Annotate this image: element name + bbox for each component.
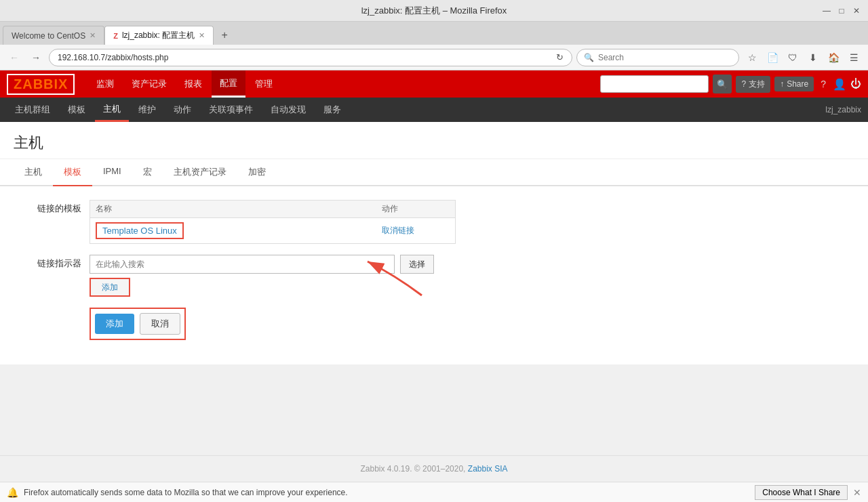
linked-templates-label: 链接的模板: [14, 200, 81, 215]
tab-encryption[interactable]: 加密: [237, 159, 277, 186]
current-user: lzj_zabbix: [825, 105, 861, 114]
nav-admin[interactable]: 管理: [247, 70, 281, 98]
name-col-header: 名称: [96, 203, 368, 215]
bookmark-icon[interactable]: ☆: [743, 49, 761, 66]
form-section: 链接的模板 名称 动作 Template OS Linux 取消链接: [0, 186, 868, 364]
indicator-container: 选择 添加: [90, 255, 434, 297]
tab-macros[interactable]: 宏: [132, 159, 163, 186]
download-icon[interactable]: ⬇: [804, 49, 822, 66]
tab-ipmi[interactable]: IPMI: [92, 159, 132, 186]
subnav-hosts[interactable]: 主机: [95, 98, 129, 122]
notification-text: Firefox automatically sends some data to…: [24, 488, 749, 497]
support-label: 支持: [749, 79, 765, 90]
header-search-button[interactable]: 🔍: [713, 75, 732, 93]
nav-reports[interactable]: 报表: [176, 70, 210, 98]
logout-icon[interactable]: ⏻: [850, 78, 861, 90]
tab-zabbix[interactable]: Z lzj_zabbix: 配置主机 ✕: [104, 26, 214, 45]
search-template-input[interactable]: [90, 255, 395, 274]
cancel-button[interactable]: 取消: [140, 313, 180, 335]
zabbix-logo[interactable]: ZABBIX: [7, 74, 75, 95]
subnav-templates[interactable]: 模板: [60, 98, 94, 122]
url-text: 192.168.10.7/zabbix/hosts.php: [58, 53, 556, 62]
nav-icons: ☆ 📄 🛡 ⬇ 🏠 ☰: [743, 49, 863, 66]
nav-bar: ← → 192.168.10.7/zabbix/hosts.php ↻ 🔍 ☆ …: [0, 45, 868, 70]
add-small-button[interactable]: 添加: [90, 278, 130, 297]
notification-icon: 🔔: [7, 487, 18, 498]
tab1-close-icon[interactable]: ✕: [90, 31, 96, 40]
table-row: Template OS Linux 取消链接: [96, 222, 450, 239]
action-buttons: 添加 取消: [90, 308, 186, 340]
tab-bar: Welcome to CentOS ✕ Z lzj_zabbix: 配置主机 ✕…: [0, 22, 868, 45]
shield-icon[interactable]: 🛡: [784, 49, 802, 66]
linked-templates-field: 名称 动作 Template OS Linux 取消链接: [90, 200, 854, 244]
add-button[interactable]: 添加: [95, 314, 134, 334]
tab-host[interactable]: 主机: [14, 159, 53, 186]
subnav-discovery[interactable]: 自动发现: [262, 98, 314, 122]
template-name-link[interactable]: Template OS Linux: [96, 222, 184, 239]
nav-assets[interactable]: 资产记录: [123, 70, 175, 98]
new-tab-button[interactable]: +: [216, 27, 233, 43]
share-label: Share: [787, 79, 808, 89]
link-indicator-label: 链接指示器: [14, 255, 81, 270]
tab-welcome-centos[interactable]: Welcome to CentOS ✕: [3, 26, 104, 45]
link-indicator-row: 链接指示器 选择 添加: [14, 255, 854, 297]
menu-icon[interactable]: ☰: [845, 49, 863, 66]
footer-link[interactable]: Zabbix SIA: [468, 464, 508, 474]
tab2-close-icon[interactable]: ✕: [199, 31, 205, 40]
notification-close-icon[interactable]: ✕: [853, 487, 861, 498]
forward-button[interactable]: →: [27, 49, 45, 66]
tab1-label: Welcome to CentOS: [12, 31, 85, 41]
support-button[interactable]: ? 支持: [736, 76, 770, 93]
browser-search-bar[interactable]: 🔍: [576, 49, 739, 66]
tab-host-assets[interactable]: 主机资产记录: [163, 159, 237, 186]
reader-icon[interactable]: 📄: [764, 49, 781, 66]
linked-templates-table: 名称 动作 Template OS Linux 取消链接: [90, 200, 456, 244]
footer-text: Zabbix 4.0.19. © 2001–2020,: [360, 464, 465, 474]
subnav-hostgroups[interactable]: 主机群组: [7, 98, 58, 122]
page-content: 主机 主机 模板 IPMI 宏 主机资产记录 加密 链接的模板 名称 动作: [0, 122, 868, 364]
url-bar[interactable]: 192.168.10.7/zabbix/hosts.php ↻: [49, 49, 572, 66]
share-icon: ↑: [780, 79, 784, 89]
tab2-label: lzj_zabbix: 配置主机: [122, 30, 195, 41]
subnav-actions[interactable]: 动作: [165, 98, 199, 122]
header-right: 🔍 ? 支持 ↑ Share ? 👤 ⏻: [600, 75, 861, 93]
user-icon[interactable]: 👤: [833, 78, 846, 91]
choose-what-share-button[interactable]: Choose What I Share: [755, 485, 848, 500]
minimize-button[interactable]: —: [822, 6, 831, 16]
logo-text: ZABBIX: [14, 77, 68, 91]
home-icon[interactable]: 🏠: [825, 49, 842, 66]
reload-button[interactable]: ↻: [556, 52, 564, 62]
maximize-button[interactable]: □: [837, 6, 846, 16]
unlink-link[interactable]: 取消链接: [382, 226, 414, 235]
linked-templates-row: 链接的模板 名称 动作 Template OS Linux 取消链接: [14, 200, 854, 244]
page-tabs: 主机 模板 IPMI 宏 主机资产记录 加密: [0, 159, 868, 186]
help-icon[interactable]: ?: [818, 76, 829, 92]
subnav-services[interactable]: 服务: [315, 98, 349, 122]
nav-config[interactable]: 配置: [212, 70, 245, 98]
subnav-maintenance[interactable]: 维护: [130, 98, 164, 122]
header-search-input[interactable]: [600, 75, 709, 93]
subnav-correlations[interactable]: 关联项事件: [201, 98, 261, 122]
page-title: 主机: [0, 122, 868, 159]
browser-title: lzj_zabbix: 配置主机 – Mozilla Firefox: [361, 5, 507, 17]
notification-bar: 🔔 Firefox automatically sends some data …: [0, 482, 868, 502]
action-buttons-row: 添加 取消: [90, 308, 854, 340]
support-icon: ?: [741, 79, 746, 89]
tab-templates[interactable]: 模板: [53, 159, 92, 186]
nav-monitoring[interactable]: 监测: [88, 70, 122, 98]
sub-nav: 主机群组 模板 主机 维护 动作 关联项事件 自动发现 服务 lzj_zabbi…: [0, 98, 868, 122]
back-button[interactable]: ←: [5, 49, 23, 66]
link-indicator-field: 选择 添加: [90, 255, 854, 297]
template-name-cell: Template OS Linux: [96, 222, 368, 239]
red-arrow-annotation: [354, 248, 435, 302]
app-header: ZABBIX 监测 资产记录 报表 配置 管理 🔍 ? 支持 ↑ Share ?…: [0, 70, 868, 98]
close-button[interactable]: ✕: [852, 6, 861, 16]
template-action-cell: 取消链接: [382, 225, 450, 236]
browser-controls: — □ ✕: [822, 6, 861, 16]
share-button[interactable]: ↑ Share: [774, 77, 814, 91]
search-input[interactable]: [598, 53, 732, 62]
action-col-header: 动作: [382, 203, 450, 215]
table-body: Template OS Linux 取消链接: [90, 218, 455, 243]
footer: Zabbix 4.0.19. © 2001–2020, Zabbix SIA: [0, 455, 868, 482]
search-icon: 🔍: [584, 53, 594, 62]
